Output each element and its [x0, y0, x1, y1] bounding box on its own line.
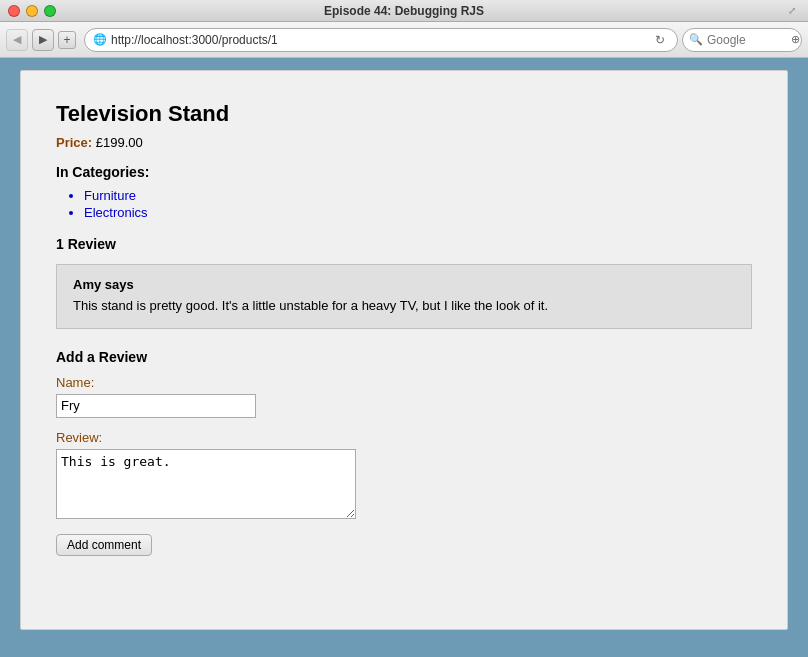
add-tab-icon: + [63, 33, 70, 47]
title-bar: Episode 44: Debugging RJS ⤢ [0, 0, 808, 22]
categories-heading: In Categories: [56, 164, 752, 180]
refresh-icon: ↻ [655, 33, 665, 47]
refresh-button[interactable]: ↻ [651, 31, 669, 49]
forward-icon: ▶ [39, 33, 47, 46]
page-container: Television Stand Price: £199.00 In Categ… [20, 70, 788, 630]
product-title: Television Stand [56, 101, 752, 127]
search-icon: 🔍 [689, 33, 703, 46]
category-electronics[interactable]: Electronics [84, 205, 752, 220]
search-input[interactable] [707, 33, 787, 47]
add-tab-button[interactable]: + [58, 31, 76, 49]
close-button[interactable] [8, 5, 20, 17]
minimize-button[interactable] [26, 5, 38, 17]
search-bar-container: 🔍 ⊕ [682, 28, 802, 52]
review-box: Amy says This stand is pretty good. It's… [56, 264, 752, 329]
forward-button[interactable]: ▶ [32, 29, 54, 51]
browser-content: Television Stand Price: £199.00 In Categ… [0, 58, 808, 657]
address-input[interactable] [111, 33, 647, 47]
name-field-group: Name: [56, 375, 752, 418]
globe-icon: 🌐 [93, 33, 107, 46]
price-label: Price: [56, 135, 92, 150]
review-textarea[interactable]: This is great. [56, 449, 356, 519]
review-author: Amy says [73, 277, 735, 292]
window-controls [8, 5, 56, 17]
title-bar-right: ⤢ [788, 5, 800, 17]
back-icon: ◀ [13, 33, 21, 46]
resize-icon: ⤢ [788, 5, 800, 17]
submit-button[interactable]: Add comment [56, 534, 152, 556]
price-value: £199.00 [96, 135, 143, 150]
price-line: Price: £199.00 [56, 135, 752, 150]
reviews-heading: 1 Review [56, 236, 752, 252]
address-bar-container: 🌐 ↻ [84, 28, 678, 52]
name-input[interactable] [56, 394, 256, 418]
back-button[interactable]: ◀ [6, 29, 28, 51]
categories-list: Furniture Electronics [56, 188, 752, 220]
add-review-heading: Add a Review [56, 349, 752, 365]
name-label: Name: [56, 375, 752, 390]
nav-bar: ◀ ▶ + 🌐 ↻ 🔍 ⊕ [0, 22, 808, 58]
review-field-group: Review: This is great. [56, 430, 752, 522]
review-text: This stand is pretty good. It's a little… [73, 296, 735, 316]
review-label: Review: [56, 430, 752, 445]
maximize-button[interactable] [44, 5, 56, 17]
window-title: Episode 44: Debugging RJS [324, 4, 484, 18]
rss-icon[interactable]: ⊕ [791, 31, 800, 49]
category-furniture[interactable]: Furniture [84, 188, 752, 203]
